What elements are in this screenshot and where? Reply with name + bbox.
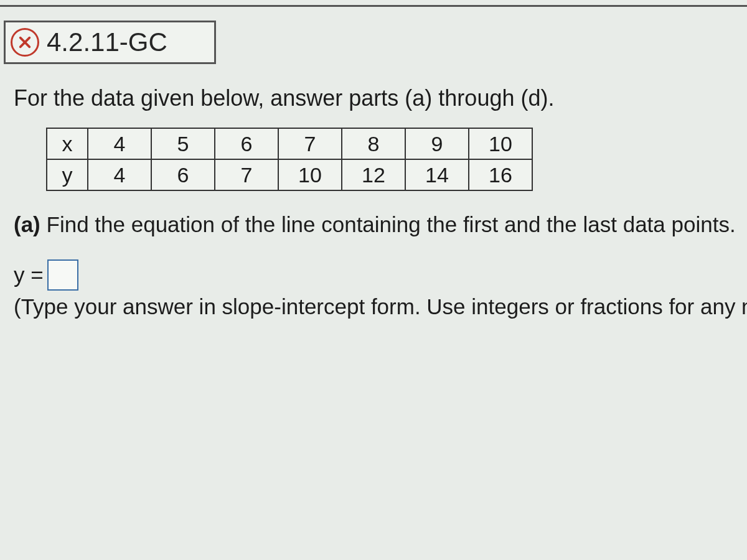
table-cell: 12 <box>342 159 405 190</box>
status-icon-wrap <box>6 22 42 62</box>
table-cell: 16 <box>469 159 532 190</box>
table-cell: 8 <box>342 128 405 159</box>
answer-prefix: y = <box>14 263 44 287</box>
table-row: x 4 5 6 7 8 9 10 <box>47 128 532 159</box>
answer-row: y = <box>14 259 747 291</box>
part-a-text: Find the equation of the line containing… <box>47 212 736 236</box>
answer-hint: (Type your answer in slope-intercept for… <box>14 294 747 319</box>
table-cell: 7 <box>278 128 342 159</box>
x-incorrect-icon <box>11 28 39 57</box>
table-cell: 9 <box>405 128 469 159</box>
instruction-text: For the data given below, answer parts (… <box>14 85 747 111</box>
table-cell: 5 <box>151 128 215 159</box>
row-label: y <box>47 159 88 190</box>
table-cell: 4 <box>88 128 151 159</box>
table-cell: 7 <box>215 159 278 190</box>
row-label: x <box>47 128 88 159</box>
table-cell: 6 <box>215 128 278 159</box>
table-row: y 4 6 7 10 12 14 16 <box>47 159 532 190</box>
data-table: x 4 5 6 7 8 9 10 y 4 6 7 10 12 14 16 <box>46 128 533 191</box>
table-cell: 6 <box>151 159 215 190</box>
problem-header: 4.2.11-GC <box>4 21 216 64</box>
page-top-fragment <box>0 0 747 7</box>
part-a-label: (a) <box>14 212 40 236</box>
problem-page: 4.2.11-GC For the data given below, answ… <box>0 0 747 319</box>
problem-number: 4.2.11-GC <box>42 22 176 62</box>
data-table-wrap: x 4 5 6 7 8 9 10 y 4 6 7 10 12 14 16 <box>46 128 747 191</box>
table-cell: 4 <box>88 159 151 190</box>
table-cell: 10 <box>278 159 342 190</box>
table-cell: 14 <box>405 159 469 190</box>
part-a-prompt: (a) Find the equation of the line contai… <box>14 212 747 237</box>
table-cell: 10 <box>469 128 532 159</box>
answer-input[interactable] <box>47 259 78 291</box>
